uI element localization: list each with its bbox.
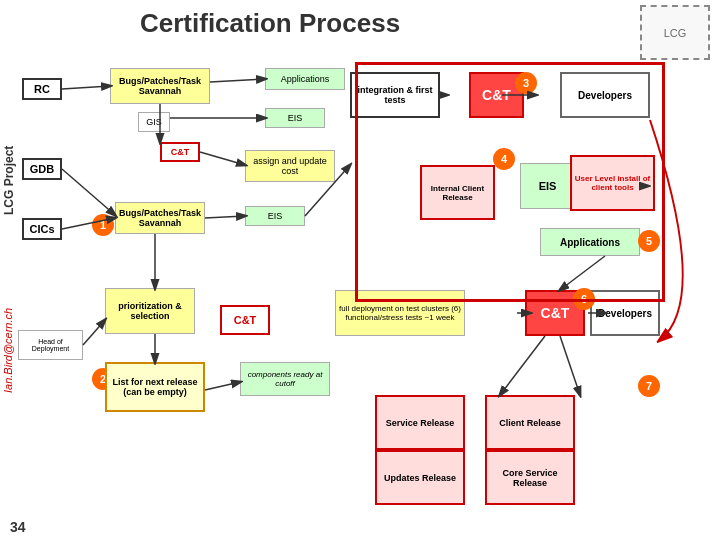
cics-box: CICs (22, 218, 62, 240)
logo: LCG (640, 5, 710, 60)
applications-big-box: Applications (540, 228, 640, 256)
svg-line-1 (210, 79, 265, 82)
circle-5: 5 (638, 230, 660, 252)
page-number: 34 (10, 519, 26, 535)
applications-top-box: Applications (265, 68, 345, 90)
full-deployment-box: full deployment on test clusters (6) fun… (335, 290, 465, 336)
svg-line-7 (205, 216, 245, 218)
developers-bottom-box: Developers (590, 290, 660, 336)
ct-bottom-box: C&T (220, 305, 270, 335)
circle-1: 1 (92, 214, 114, 236)
bugs-patches-mid-box: Bugs/Patches/Task Savannah (115, 202, 205, 234)
gis-box: GIS (138, 112, 170, 132)
internal-client-release-box: Internal Client Release (420, 165, 495, 220)
svg-line-0 (62, 86, 110, 89)
gdb-box: GDB (22, 158, 62, 180)
assign-update-box: assign and update cost (245, 150, 335, 182)
page-title: Certification Process (140, 8, 400, 39)
rc-box: RC (22, 78, 62, 100)
user-level-box: User Level install of client tools (570, 155, 655, 211)
circle-6: 6 (573, 288, 595, 310)
svg-line-19 (560, 256, 605, 290)
svg-line-14 (500, 336, 545, 395)
eis-top-box: EIS (265, 108, 325, 128)
eis-right-box: EIS (520, 163, 575, 209)
email-label: Ian.Bird@cern.ch (2, 290, 14, 410)
page: Certification Process LCG LCG Project Ia… (0, 0, 720, 540)
components-ready-box: components ready at cutoff (240, 362, 330, 396)
svg-line-10 (83, 320, 105, 345)
ct-small-box: C&T (160, 142, 200, 162)
prioritization-box: prioritization & selection (105, 288, 195, 334)
eis-mid-box: EIS (245, 206, 305, 226)
service-release-box: Service Release (375, 395, 465, 450)
svg-line-11 (205, 382, 240, 390)
svg-line-5 (62, 169, 115, 215)
integration-box: integration & first tests (350, 72, 440, 118)
head-deployment-box: Head of Deployment (18, 330, 83, 360)
updates-release-box: Updates Release (375, 450, 465, 505)
bugs-patches-top-box: Bugs/Patches/Task Savannah (110, 68, 210, 104)
lcg-project-label: LCG Project (2, 80, 16, 280)
client-release-box: Client Release (485, 395, 575, 450)
list-next-release-box: List for next release (can be empty) (105, 362, 205, 412)
svg-line-15 (560, 336, 580, 395)
circle-7: 7 (638, 375, 660, 397)
developers-top-box: Developers (560, 72, 650, 118)
circle-3: 3 (515, 72, 537, 94)
circle-4: 4 (493, 148, 515, 170)
svg-line-4 (200, 152, 245, 165)
core-service-release-box: Core Service Release (485, 450, 575, 505)
